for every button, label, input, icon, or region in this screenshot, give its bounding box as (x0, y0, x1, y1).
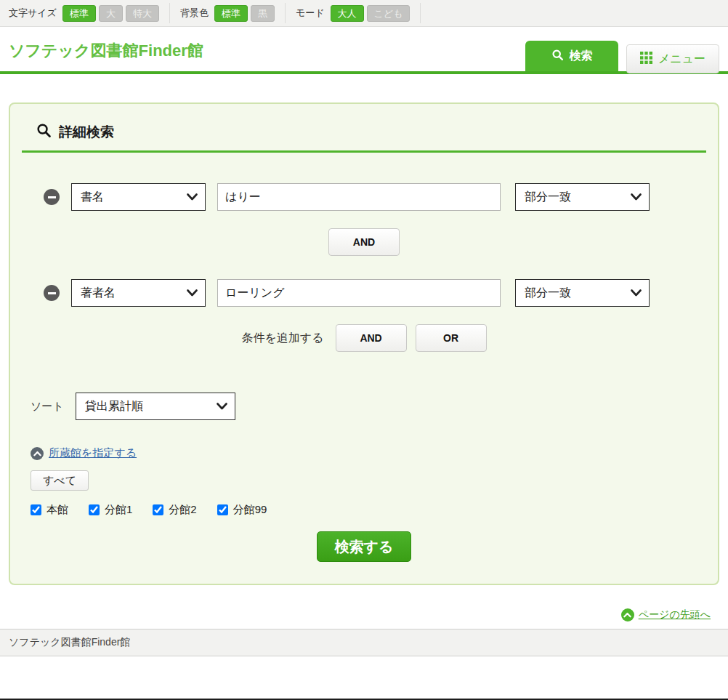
footer-site-name: ソフテック図書館Finder館 (9, 636, 130, 649)
back-to-top-link[interactable]: ページの先頭へ (639, 608, 711, 621)
bg-color-black-button[interactable]: 黒 (251, 5, 275, 22)
match-select-2[interactable]: 部分一致 (515, 279, 650, 307)
chevron-down-icon (187, 193, 198, 201)
field-select-2-value: 著者名 (81, 286, 116, 301)
mode-label: モード (296, 7, 325, 20)
chevron-down-icon (631, 289, 642, 297)
font-size-group: 文字サイズ 標準 大 特大 (9, 5, 162, 22)
match-select-2-value: 部分一致 (525, 286, 571, 301)
match-select-1[interactable]: 部分一致 (515, 183, 650, 211)
panel-title: 詳細検索 (59, 123, 114, 142)
select-all-button[interactable]: すべて (31, 470, 89, 491)
chevron-down-icon (217, 403, 227, 410)
submit-row: 検索する (22, 531, 706, 562)
minus-glyph (48, 196, 56, 198)
main-content: 詳細検索 書名 部分一致 AND 著者名 (0, 102, 728, 621)
library-toggle-link[interactable]: 所蔵館を指定する (49, 446, 137, 460)
library-checkbox-branch99[interactable]: 分館99 (217, 503, 267, 517)
tab-search[interactable]: 検索 (525, 41, 618, 71)
chevron-down-icon (187, 289, 198, 297)
and-operator-button[interactable]: AND (328, 228, 400, 256)
font-size-xlarge-button[interactable]: 特大 (126, 5, 159, 22)
condition-row-1: 書名 部分一致 (22, 183, 706, 211)
sort-label: ソート (31, 400, 64, 414)
site-header: ソフテック図書館Finder館 検索 メニュー (0, 27, 728, 74)
field-select-1[interactable]: 書名 (71, 183, 206, 211)
library-checkbox-main[interactable]: 本館 (31, 503, 68, 517)
remove-condition-icon[interactable] (44, 189, 60, 205)
font-size-large-button[interactable]: 大 (99, 5, 123, 22)
checkbox-branch2-label: 分館2 (169, 503, 196, 517)
footer-bar: ソフテック図書館Finder館 (0, 629, 728, 656)
search-icon (36, 123, 52, 142)
operator-row: AND (22, 228, 706, 256)
checkbox-branch2[interactable] (153, 504, 163, 515)
minus-glyph (48, 292, 56, 294)
sort-row: ソート 貸出累計順 (22, 393, 706, 420)
panel-title-underline (22, 150, 706, 153)
field-select-1-value: 書名 (81, 190, 104, 205)
checkbox-branch1-label: 分館1 (105, 503, 132, 517)
back-to-top-row: ページの先頭へ (17, 608, 711, 621)
toolbar-divider (169, 3, 170, 23)
checkbox-branch99-label: 分館99 (233, 503, 267, 517)
checkbox-main-library[interactable] (31, 504, 41, 515)
library-toggle-row: 所蔵館を指定する (31, 446, 706, 460)
library-checkbox-branch2[interactable]: 分館2 (153, 503, 196, 517)
search-submit-button[interactable]: 検索する (317, 531, 411, 562)
bg-color-group: 背景色 標準 黒 (180, 5, 278, 22)
search-icon (551, 49, 564, 64)
bg-color-normal-button[interactable]: 標準 (214, 5, 248, 22)
site-title: ソフテック図書館Finder館 (9, 40, 203, 62)
font-size-normal-button[interactable]: 標準 (62, 5, 96, 22)
mode-adult-button[interactable]: 大人 (331, 5, 364, 22)
library-checkbox-branch1[interactable]: 分館1 (89, 503, 132, 517)
checkbox-main-label: 本館 (46, 503, 68, 517)
chevron-up-circle-icon (31, 447, 44, 460)
mode-group: モード 大人 こども (296, 5, 413, 22)
tab-menu[interactable]: メニュー (626, 44, 719, 73)
keyword-input-1[interactable] (217, 183, 501, 211)
mode-kids-button[interactable]: こども (367, 5, 410, 22)
checkbox-branch99[interactable] (217, 504, 228, 515)
add-and-button[interactable]: AND (336, 324, 407, 352)
accessibility-toolbar: 文字サイズ 標準 大 特大 背景色 標準 黒 モード 大人 こども (0, 0, 728, 27)
tab-menu-label: メニュー (658, 52, 705, 67)
match-select-1-value: 部分一致 (525, 190, 571, 205)
panel-title-row: 詳細検索 (22, 118, 706, 142)
chevron-up-circle-icon (621, 608, 634, 621)
keyword-input-2[interactable] (217, 279, 501, 307)
tab-search-label: 検索 (570, 49, 593, 64)
bg-color-label: 背景色 (180, 7, 209, 20)
library-section: 所蔵館を指定する すべて 本館 分館1 分館2 分館99 (22, 446, 706, 517)
library-checkbox-row: 本館 分館1 分館2 分館99 (31, 503, 706, 517)
toolbar-divider (285, 3, 286, 23)
condition-row-2: 著者名 部分一致 (22, 279, 706, 307)
field-select-2[interactable]: 著者名 (71, 279, 206, 307)
toolbar-divider (420, 3, 421, 23)
sort-select[interactable]: 貸出累計順 (76, 393, 235, 420)
add-condition-row: 条件を追加する AND OR (22, 324, 706, 352)
bottom-gap (0, 656, 728, 699)
sort-select-value: 貸出累計順 (85, 399, 143, 414)
header-tabs: 検索 メニュー (525, 41, 719, 71)
add-or-button[interactable]: OR (416, 324, 487, 352)
remove-condition-icon[interactable] (44, 285, 60, 301)
font-size-label: 文字サイズ (9, 7, 57, 20)
menu-grid-icon (640, 52, 652, 67)
add-condition-label: 条件を追加する (241, 331, 323, 346)
checkbox-branch1[interactable] (89, 504, 100, 515)
chevron-down-icon (631, 193, 642, 201)
advanced-search-panel: 詳細検索 書名 部分一致 AND 著者名 (9, 102, 719, 585)
